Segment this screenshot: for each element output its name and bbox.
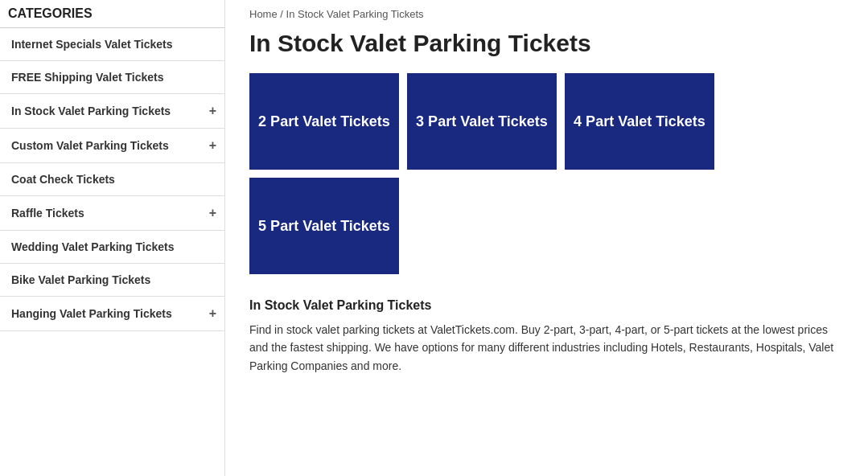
sidebar-item-bike-valet[interactable]: Bike Valet Parking Tickets [0,264,224,297]
plus-icon: + [209,306,216,321]
main-content: Home / In Stock Valet Parking Tickets In… [225,0,868,476]
sidebar-item-label-coat-check: Coat Check Tickets [11,173,115,186]
sidebar-item-internet-specials[interactable]: Internet Specials Valet Tickets [0,28,224,61]
sidebar-item-label-bike-valet: Bike Valet Parking Tickets [11,273,150,286]
sidebar: CATEGORIES Internet Specials Valet Ticke… [0,0,225,476]
product-grid: 2 Part Valet Tickets3 Part Valet Tickets… [249,73,844,274]
page-title: In Stock Valet Parking Tickets [249,30,844,57]
product-card-2-part[interactable]: 2 Part Valet Tickets [249,73,399,170]
plus-icon: + [209,206,216,220]
sidebar-item-label-wedding-valet: Wedding Valet Parking Tickets [11,240,175,253]
sidebar-item-coat-check[interactable]: Coat Check Tickets [0,163,224,196]
sidebar-item-label-in-stock: In Stock Valet Parking Tickets [11,105,171,117]
breadcrumb: Home / In Stock Valet Parking Tickets [249,8,844,20]
sidebar-item-hanging-valet[interactable]: Hanging Valet Parking Tickets+ [0,297,224,331]
sidebar-item-raffle[interactable]: Raffle Tickets+ [0,196,224,231]
sidebar-item-label-custom-valet: Custom Valet Parking Tickets [11,139,169,152]
sidebar-item-custom-valet[interactable]: Custom Valet Parking Tickets+ [0,129,224,163]
breadcrumb-home[interactable]: Home [249,8,278,20]
categories-header: CATEGORIES [0,0,224,28]
product-card-4-part[interactable]: 4 Part Valet Tickets [565,73,714,170]
sidebar-item-wedding-valet[interactable]: Wedding Valet Parking Tickets [0,231,224,264]
plus-icon: + [209,138,216,153]
sidebar-item-in-stock[interactable]: In Stock Valet Parking Tickets+ [0,94,224,129]
sidebar-item-label-free-shipping: FREE Shipping Valet Tickets [11,71,164,84]
product-card-5-part[interactable]: 5 Part Valet Tickets [249,178,399,274]
plus-icon: + [209,104,216,118]
description-text: Find in stock valet parking tickets at V… [249,321,844,375]
sidebar-item-label-hanging-valet: Hanging Valet Parking Tickets [11,307,172,320]
sidebar-item-free-shipping[interactable]: FREE Shipping Valet Tickets [0,61,224,94]
breadcrumb-current: In Stock Valet Parking Tickets [286,8,424,20]
sidebar-item-label-internet-specials: Internet Specials Valet Tickets [11,38,173,51]
description-title: In Stock Valet Parking Tickets [249,298,844,313]
product-card-3-part[interactable]: 3 Part Valet Tickets [407,73,557,170]
sidebar-item-label-raffle: Raffle Tickets [11,207,84,220]
